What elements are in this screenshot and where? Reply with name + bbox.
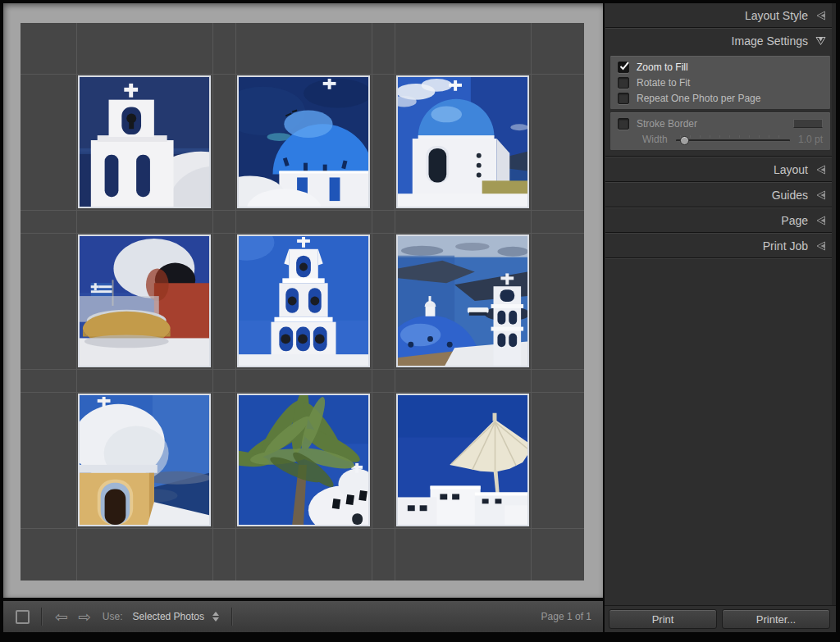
photo-three-tier-belfry bbox=[239, 236, 368, 366]
photo-cell-7[interactable] bbox=[78, 394, 211, 526]
panel-divider bbox=[605, 257, 835, 259]
rotate-to-fit-checkbox[interactable] bbox=[618, 77, 629, 89]
rotate-to-fit-row: Rotate to Fit bbox=[618, 75, 823, 90]
grid-guide-line bbox=[531, 23, 532, 581]
grid-guide-line bbox=[21, 210, 584, 211]
photo-cell-2[interactable] bbox=[237, 75, 370, 208]
photo-cell-3[interactable] bbox=[396, 75, 529, 208]
collapse-triangle-icon bbox=[815, 11, 826, 20]
stroke-border-checkbox[interactable] bbox=[618, 118, 629, 130]
zoom-to-fill-row: Zoom to Fill bbox=[618, 59, 823, 75]
image-settings-options-box: Zoom to Fill Rotate to Fit Repeat One Ph… bbox=[609, 55, 831, 110]
slider-track bbox=[676, 139, 790, 142]
panel-header-label: Page bbox=[781, 214, 808, 227]
grid-guide-line bbox=[235, 23, 236, 581]
printer-button[interactable]: Printer... bbox=[722, 609, 830, 629]
stroke-width-slider[interactable] bbox=[676, 134, 790, 145]
photo-cell-9[interactable] bbox=[396, 394, 529, 526]
photo-cell-5[interactable] bbox=[237, 234, 370, 367]
panel-header-label: Guides bbox=[772, 189, 808, 202]
repeat-one-photo-row: Repeat One Photo per Page bbox=[618, 90, 823, 106]
repeat-one-photo-label: Repeat One Photo per Page bbox=[637, 93, 760, 104]
width-label: Width bbox=[642, 134, 668, 145]
preview-toolbar: ⇦ ⇨ Use: Selected Photos Page 1 of 1 bbox=[3, 598, 605, 632]
panel-header-label: Layout bbox=[774, 163, 808, 176]
dropdown-arrows-icon[interactable] bbox=[212, 612, 219, 622]
panel-footer: Print Printer... bbox=[605, 605, 836, 632]
grid-guide-line bbox=[21, 74, 584, 75]
panel-header-guides[interactable]: Guides bbox=[605, 183, 836, 207]
right-panel: Layout Style Image Settings bbox=[603, 3, 836, 632]
zoom-to-fill-label: Zoom to Fill bbox=[637, 61, 688, 73]
use-label: Use: bbox=[103, 611, 123, 622]
stroke-width-row: Width 1.0 pt bbox=[618, 131, 823, 147]
grid-guide-line bbox=[76, 23, 77, 581]
collapse-triangle-icon bbox=[815, 165, 826, 175]
previous-page-arrow-icon[interactable]: ⇦ bbox=[55, 609, 68, 625]
photo-bowl-flag-terrace bbox=[80, 236, 209, 366]
grid-guide-line bbox=[372, 23, 372, 581]
photo-caldera-dome-ship bbox=[398, 236, 527, 366]
page-thumbnail-icon[interactable] bbox=[16, 610, 30, 624]
checkmark-icon bbox=[619, 60, 630, 71]
photo-palm-tree bbox=[239, 395, 368, 525]
print-button[interactable]: Print bbox=[609, 609, 717, 629]
photo-cell-4[interactable] bbox=[78, 234, 211, 367]
toolbar-divider bbox=[231, 608, 233, 626]
grid-guide-line bbox=[21, 369, 584, 370]
stroke-border-box: Stroke Border Width 1.0 pt bbox=[609, 112, 831, 151]
stroke-border-row: Stroke Border bbox=[618, 116, 823, 131]
panel-header-label: Image Settings bbox=[732, 34, 808, 48]
next-page-arrow-icon[interactable]: ⇨ bbox=[78, 609, 91, 625]
stroke-color-swatch[interactable] bbox=[793, 119, 823, 128]
print-page bbox=[21, 23, 584, 581]
panel-header-page[interactable]: Page bbox=[605, 208, 836, 232]
collapse-triangle-icon bbox=[815, 190, 826, 200]
zoom-to-fill-checkbox[interactable] bbox=[618, 61, 629, 73]
photo-blue-dome-closeup bbox=[239, 77, 368, 207]
grid-guide-line bbox=[395, 23, 395, 581]
photo-yellow-chapel bbox=[80, 395, 209, 525]
panel-scrollbar[interactable] bbox=[832, 3, 836, 632]
panel-header-label: Layout Style bbox=[745, 9, 808, 22]
image-settings-content: Zoom to Fill Rotate to Fit Repeat One Ph… bbox=[605, 52, 836, 156]
photo-bell-tower-sea bbox=[80, 77, 209, 207]
grid-guide-line bbox=[212, 23, 213, 581]
collapse-triangle-icon bbox=[815, 216, 826, 225]
grid-guide-line bbox=[21, 233, 584, 234]
grid-guide-line bbox=[21, 392, 584, 393]
collapse-triangle-icon bbox=[815, 241, 826, 251]
stroke-width-value[interactable]: 1.0 pt bbox=[798, 134, 823, 145]
use-photos-dropdown[interactable]: Selected Photos bbox=[133, 611, 204, 622]
photo-parasol-rooftops bbox=[398, 395, 527, 525]
expand-triangle-icon bbox=[815, 36, 826, 46]
toolbar-divider bbox=[41, 608, 43, 626]
photo-cell-6[interactable] bbox=[396, 234, 529, 367]
slider-thumb[interactable] bbox=[680, 136, 689, 145]
panel-header-layout-style[interactable]: Layout Style bbox=[605, 3, 836, 27]
photo-cell-8[interactable] bbox=[237, 394, 370, 526]
photo-cell-1[interactable] bbox=[78, 75, 211, 208]
rotate-to-fit-label: Rotate to Fit bbox=[637, 77, 690, 89]
panel-header-print-job[interactable]: Print Job bbox=[605, 234, 836, 257]
photo-dome-chapel-coast bbox=[398, 77, 527, 207]
lightroom-print-module: ⇦ ⇨ Use: Selected Photos Page 1 of 1 Lay… bbox=[0, 0, 840, 642]
panel-header-layout[interactable]: Layout bbox=[605, 157, 836, 181]
grid-guide-line bbox=[21, 528, 584, 529]
panel-header-image-settings[interactable]: Image Settings bbox=[605, 29, 836, 52]
stroke-border-label: Stroke Border bbox=[637, 118, 697, 130]
repeat-one-photo-checkbox[interactable] bbox=[618, 93, 629, 104]
panel-header-label: Print Job bbox=[763, 239, 808, 253]
print-preview-canvas bbox=[3, 3, 605, 599]
page-indicator: Page 1 of 1 bbox=[541, 611, 591, 622]
slider-ticks bbox=[680, 135, 786, 138]
